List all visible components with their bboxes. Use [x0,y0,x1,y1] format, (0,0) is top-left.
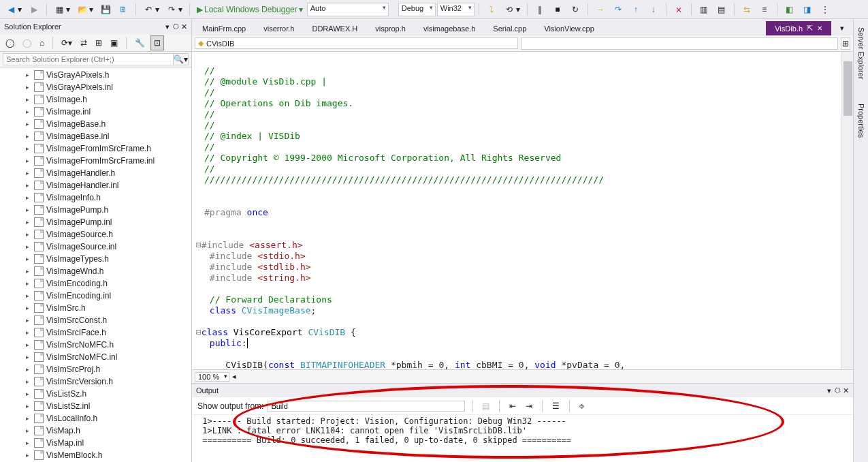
output-text[interactable]: 1>------ Build started: Project: Vision,… [192,415,853,462]
expand-icon[interactable]: ▸ [26,427,31,434]
tree-item[interactable]: ▸VisImageSource.inl [0,241,191,253]
expand-icon[interactable]: ▸ [26,366,31,373]
server-explorer-tab[interactable]: Server Explorer [856,22,867,84]
tree-item[interactable]: ▸VisImage.inl [0,106,191,118]
show-all-icon[interactable]: ⊞ [93,35,105,50]
tool-icon-2[interactable]: ▥ [696,2,712,17]
tree-item[interactable]: ▸VisImEncoding.inl [0,290,191,302]
expand-icon[interactable]: ▸ [26,108,31,115]
tree-item[interactable]: ▸VisImageHandler.h [0,167,191,179]
start-debug-button[interactable]: ▶ Local Windows Debugger ▾ [194,2,306,17]
expand-icon[interactable]: ▸ [26,378,31,385]
close-icon[interactable]: ✕ [843,386,849,395]
expand-icon[interactable]: ▸ [26,182,31,189]
tree-item[interactable]: ▸VisImage.h [0,93,191,106]
tree-item[interactable]: ▸VisImSrcProj.h [0,363,191,375]
expand-icon[interactable]: ▸ [26,145,31,152]
tree-item[interactable]: ▸VisGrayAPixels.h [0,69,191,81]
expand-icon[interactable]: ▸ [26,305,31,311]
indent-left-icon[interactable]: ⇤ [507,399,519,414]
tree-item[interactable]: ▸VisListSz.h [0,388,191,400]
pin-icon[interactable]: ⬠ [170,21,181,32]
tree-item[interactable]: ▸VisImageHandler.inl [0,179,191,191]
expand-icon[interactable]: ▸ [26,292,31,299]
pin-icon[interactable]: ⬠ [832,385,843,396]
step-into-icon[interactable]: ⤵ [483,2,500,17]
tool-icon-1[interactable]: ⨯ [671,2,687,17]
tree-item[interactable]: ▸VisImSrcVersion.h [0,375,191,388]
search-input[interactable] [3,53,174,65]
tool-icon-4[interactable]: ⇆ [739,2,755,17]
zoom-dropdown[interactable]: 100 % [195,372,229,382]
expand-icon[interactable]: ▸ [26,440,31,446]
expand-icon[interactable]: ▸ [26,84,31,91]
tool-icon-3[interactable]: ▤ [713,2,730,17]
pin-icon[interactable]: ⇱ [807,24,813,33]
expand-icon[interactable]: ▸ [26,170,31,176]
save-icon[interactable]: 💾 [97,2,114,17]
tool-icon-7[interactable]: ◨ [799,2,816,17]
tree-item[interactable]: ▸VisImageFromImSrcFrame.inl [0,155,191,167]
expand-icon[interactable]: ▸ [26,121,31,127]
stop-icon[interactable]: ■ [549,2,566,17]
close-icon[interactable]: ✕ [181,22,187,31]
editor-tab[interactable]: MainFrm.cpp [193,22,255,35]
tree-item[interactable]: ▸VisMap.h [0,425,191,437]
save-all-icon[interactable]: 🗎 [115,2,131,17]
tree-item[interactable]: ▸VisImageTypes.h [0,253,191,265]
nav-fwd-icon[interactable]: ▶ [26,2,42,17]
tree-item[interactable]: ▸VisLocalInfo.h [0,412,191,425]
solution-tree[interactable]: ▸VisGrayAPixels.h▸VisGrayAPixels.inl▸Vis… [0,67,191,462]
tree-item[interactable]: ▸VisGrayAPixels.inl [0,81,191,93]
sync-icon[interactable]: ⇄ [78,35,90,50]
expand-icon[interactable]: ▸ [26,157,31,164]
open-file-icon[interactable]: 📂▾ [74,2,96,17]
expand-icon[interactable]: ▸ [26,341,31,348]
tree-item[interactable]: ▸VisImSrcConst.h [0,314,191,326]
indent-right-icon[interactable]: ⇥ [523,399,535,414]
new-project-icon[interactable]: ▦▾ [51,2,73,17]
editor-tab[interactable]: DDRAWEX.H [303,22,366,35]
editor-tab-active[interactable]: VisDib.h ⇱✕ [766,21,831,35]
expand-icon[interactable]: ▸ [26,96,31,103]
tab-menu-icon[interactable]: ▾ [831,21,853,35]
step-in-icon[interactable]: ↓ [645,2,662,17]
goto-icon[interactable]: ⎆ [577,399,587,414]
search-dropdown-icon[interactable]: 🔍▾ [174,53,189,65]
expand-icon[interactable]: ▸ [26,403,31,410]
tree-item[interactable]: ▸VisImageFromImSrcFrame.h [0,142,191,155]
editor-tab[interactable]: Serial.cpp [484,22,535,35]
h-scroll-left-icon[interactable]: ◂ [232,372,236,381]
tree-item[interactable]: ▸VisImageWnd.h [0,265,191,277]
redo-icon[interactable]: ↷▾ [163,2,185,17]
back-icon[interactable]: ◯ [3,35,17,50]
restart-icon[interactable]: ↻ [567,2,583,17]
code-editor[interactable]: // // @module VisDib.cpp | // // Operati… [192,52,841,369]
tree-item[interactable]: ▸VisImageBase.h [0,118,191,130]
expand-icon[interactable]: ▸ [26,243,31,250]
vertical-scrollbar[interactable] [841,52,853,369]
expand-icon[interactable]: ▸ [26,280,31,287]
expand-icon[interactable]: ▸ [26,72,31,78]
class-nav-dropdown[interactable]: ◆CVisDIB [195,37,518,49]
undo-icon[interactable]: ↶▾ [140,2,162,17]
tree-item[interactable]: ▸VisImSrcNoMFC.h [0,339,191,351]
tree-item[interactable]: ▸VisMap.inl [0,437,191,449]
editor-tab[interactable]: visprop.h [366,22,415,35]
close-icon[interactable]: ✕ [817,25,822,32]
expand-icon[interactable]: ▸ [26,329,31,336]
next-statement-icon[interactable]: → [592,2,609,17]
tool-icon-8[interactable]: ⋮ [817,2,833,17]
properties-icon[interactable]: 🔧 [132,35,148,50]
nav-back-icon[interactable]: ◀▾ [3,2,25,17]
refresh-icon[interactable]: ⟳▾ [59,35,75,50]
expand-icon[interactable]: ▸ [26,194,31,201]
pause-icon[interactable]: ‖ [532,2,548,17]
editor-tab[interactable]: visimagebase.h [415,22,484,35]
tree-item[interactable]: ▸VisImEncoding.h [0,277,191,290]
properties-tab[interactable]: Properties [856,98,867,143]
step-icon[interactable]: ↷ [610,2,626,17]
step-out-icon[interactable]: ↑ [628,2,644,17]
editor-tab[interactable]: VisionView.cpp [535,22,603,35]
tool-icon-5[interactable]: ≡ [756,2,773,17]
